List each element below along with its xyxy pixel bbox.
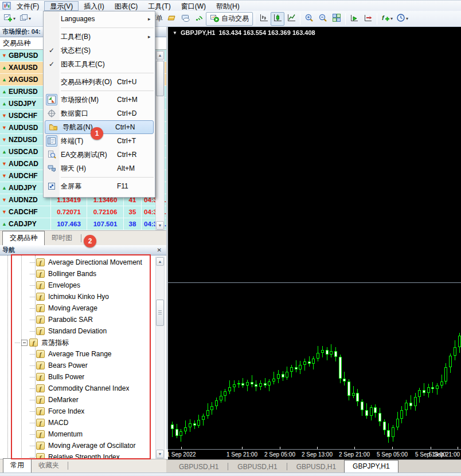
menu-item-data-window[interactable]: 数据窗口Ctrl+D — [44, 107, 155, 120]
menu-item-strategy-tester[interactable]: EA交易测试(R)Ctrl+R — [44, 148, 155, 162]
tree-item-label: Force Index — [48, 407, 84, 415]
tree-item-震荡指标[interactable]: f震荡指标 — [0, 337, 166, 348]
tree-item-ichimoku-kinko-hyo[interactable]: fIchimoku Kinko Hyo — [0, 291, 166, 302]
tree-item-force-index[interactable]: fForce Index — [0, 406, 166, 417]
menu-item-gutter: ✓ — [44, 46, 60, 54]
tree-item-bulls-power[interactable]: fBulls Power — [0, 371, 166, 383]
dropdown-caret-icon[interactable]: ▾ — [13, 16, 15, 21]
tree-item-macd[interactable]: fMACD — [0, 417, 166, 428]
tree-item-parabolic-sar[interactable]: fParabolic SAR — [0, 314, 166, 325]
tree-item-bears-power[interactable]: fBears Power — [0, 360, 166, 371]
chart-tab-0[interactable]: GBPUSD,H1 — [171, 462, 226, 473]
scroll-up-button[interactable]: ▲ — [156, 51, 164, 60]
metaeditor-button[interactable] — [165, 12, 178, 26]
dropdown-caret-icon[interactable]: ▾ — [390, 16, 393, 21]
new-chart-button[interactable]: ▾ — [2, 12, 17, 26]
symbol-row-cadchf[interactable]: ▼CADCHF0.720710.721063504:33... — [0, 206, 166, 218]
time-axis[interactable]: 1 Sep 20221 Sep 21:002 Sep 05:002 Sep 13… — [168, 449, 461, 459]
buy-price: 0.72106 — [87, 206, 123, 218]
menu-item-market-watch[interactable]: 市场报价(M)Ctrl+M — [44, 93, 155, 107]
dropdown-caret-icon[interactable]: ▾ — [29, 16, 31, 21]
market-watch-scrollbar[interactable]: ▲ ▼ — [155, 50, 165, 230]
tree-item-commodity-channel-index[interactable]: fCommodity Channel Index — [0, 383, 166, 394]
autotrading-button[interactable]: 自动交易 — [206, 12, 253, 26]
menu-item-gutter: ✓ — [44, 60, 60, 68]
chart-tab-3[interactable]: GBPJPY,H1 — [344, 460, 398, 473]
virtual-hosting-button[interactable] — [178, 12, 192, 26]
app-icon — [1, 1, 11, 10]
timeframes-button[interactable]: ▾ — [394, 12, 410, 26]
tree-item-demarker[interactable]: fDeMarker — [0, 394, 166, 406]
virtual-hosting-icon — [181, 13, 190, 24]
tree-item-standard-deviation[interactable]: fStandard Deviation — [0, 325, 166, 337]
menubar-item-help[interactable]: 帮助(H) — [211, 1, 245, 11]
menu-item-label: 终端(T) — [60, 136, 117, 146]
menu-item-languages[interactable]: Languages▸ — [44, 12, 155, 26]
tree-item-envelopes[interactable]: fEnvelopes — [0, 280, 166, 291]
add-indicator-button[interactable]: f▾ — [379, 12, 394, 26]
line-chart-button[interactable] — [284, 12, 298, 26]
mt4-window: 文件(F)显示(V)插入(I)图表(C)工具(T)窗口(W)帮助(H) ▾▾新订… — [0, 0, 461, 476]
menu-item-chat[interactable]: 聊天 (H)Alt+M — [44, 162, 155, 175]
indicator-function-icon: f — [36, 270, 45, 278]
chart-shift-icon — [364, 13, 373, 24]
menu-item-symbols-list[interactable]: 交易品种列表(O)Ctrl+U — [44, 75, 155, 89]
price-down-arrow-icon: ▼ — [0, 197, 9, 203]
tree-item-label: 震荡指标 — [41, 338, 69, 348]
market-watch-tab-1[interactable]: 即时图 — [45, 232, 79, 245]
navigator-header: 导航 ✕ — [0, 245, 166, 255]
scrollbar-thumb[interactable] — [156, 300, 164, 326]
indicator-function-icon: f — [36, 350, 45, 358]
market-watch-tab-0[interactable]: 交易品种 — [2, 231, 45, 245]
profiles-button[interactable]: ▾ — [17, 12, 33, 26]
scroll-down-button[interactable]: ▼ — [156, 221, 164, 230]
terminal-icon — [46, 135, 57, 147]
signals-button[interactable] — [192, 12, 206, 26]
close-icon[interactable]: ✕ — [157, 247, 164, 253]
scroll-down-button[interactable]: ▼ — [156, 450, 164, 458]
auto-scroll-button[interactable] — [347, 12, 361, 26]
dropdown-caret-icon[interactable]: ▾ — [406, 16, 408, 21]
tile-windows-button[interactable] — [330, 12, 343, 26]
navigator-tab-0[interactable]: 常用 — [3, 458, 32, 473]
tree-item-moving-average-of-oscillator[interactable]: fMoving Average of Oscillator — [0, 440, 166, 451]
checkmark-icon: ✓ — [49, 46, 54, 54]
zoom-in-button[interactable] — [302, 12, 316, 26]
tree-item-momentum[interactable]: fMomentum — [0, 428, 166, 440]
chart-shift-button[interactable] — [361, 12, 375, 26]
menu-item-toolbars[interactable]: 工具栏(B)▸ — [44, 30, 155, 44]
chart-symbol-period: GBPJPY,H1 — [181, 29, 216, 36]
time-axis-label: 5 Sep 21:00 — [429, 451, 460, 458]
menu-item-status-bar[interactable]: ✓状态栏(S) — [44, 44, 155, 57]
navigator-scrollbar[interactable]: ▲ ▼ — [155, 257, 165, 459]
toolbar-separator — [300, 13, 300, 25]
menu-item-fullscreen[interactable]: 全屏幕F11 — [44, 179, 155, 193]
menu-item-charts-toolbar[interactable]: ✓图表工具栏(C) — [44, 57, 155, 71]
symbol-row-cadjpy[interactable]: ▲CADJPY107.463107.5013804:33... — [0, 218, 166, 230]
chart-tab-2[interactable]: GBPUSD,H1 — [288, 462, 344, 473]
menubar-item-tools[interactable]: 工具(T) — [143, 1, 175, 11]
bar-chart-button[interactable] — [257, 12, 271, 26]
candlestick-chart-button[interactable] — [271, 12, 284, 26]
tree-item-bollinger-bands[interactable]: fBollinger Bands — [0, 268, 166, 280]
menu-item-label: 图表工具栏(C) — [60, 60, 117, 69]
menubar-item-window[interactable]: 窗口(W) — [176, 1, 211, 11]
view-menu-dropdown: Languages▸工具栏(B)▸✓状态栏(S)✓图表工具栏(C)交易品种列表(… — [43, 11, 155, 198]
price-chart-canvas[interactable] — [168, 27, 461, 449]
navigator-tab-1[interactable]: 收藏夹 — [32, 459, 66, 472]
scrollbar-thumb[interactable] — [156, 61, 164, 96]
menubar-item-file[interactable]: 文件(F) — [11, 1, 44, 11]
menubar-item-view[interactable]: 显示(V) — [44, 1, 79, 11]
collapse-minus-icon[interactable] — [21, 340, 28, 346]
chat-icon — [46, 163, 57, 174]
chart-title-arrow-icon: ▼ — [173, 30, 177, 36]
chart-tab-1[interactable]: GBPUSD,H1 — [229, 462, 285, 473]
scroll-up-button[interactable]: ▲ — [156, 257, 164, 266]
zoom-out-button[interactable] — [316, 12, 330, 26]
menubar-item-insert[interactable]: 插入(I) — [79, 1, 109, 11]
menubar-item-charts[interactable]: 图表(C) — [110, 1, 143, 11]
tree-item-average-directional-movement[interactable]: fAverage Directional Movement — [0, 257, 166, 268]
tree-item-average-true-range[interactable]: fAverage True Range — [0, 348, 166, 360]
bar-chart-icon — [259, 13, 268, 24]
tree-item-moving-average[interactable]: fMoving Average — [0, 302, 166, 314]
